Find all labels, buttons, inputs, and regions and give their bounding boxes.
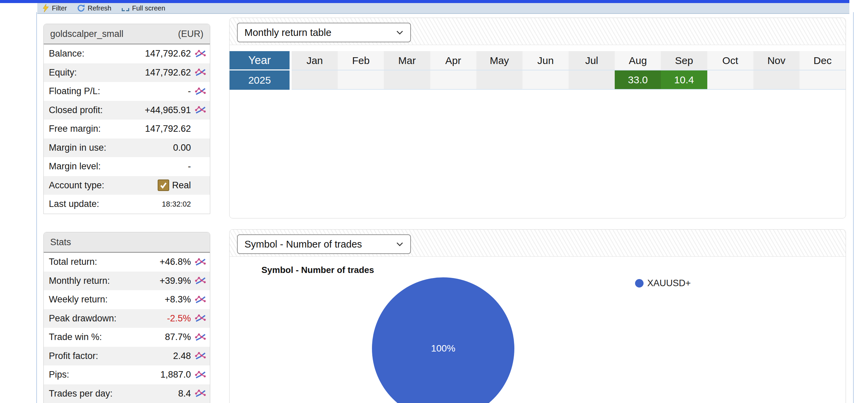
monthly-return-chart-link[interactable] <box>191 276 210 286</box>
trades-per-day-row: Trades per day: 8.4 <box>44 384 210 403</box>
last-update-value: 18:32:02 <box>99 200 191 209</box>
return-cell-feb <box>338 70 384 90</box>
closed-profit-chart-link[interactable] <box>191 105 210 115</box>
mini-chart-icon <box>195 295 206 305</box>
weekly-return-label: Weekly return: <box>49 294 108 305</box>
mini-chart-icon <box>195 276 206 286</box>
pie-chart-title: Symbol - Number of trades <box>261 265 374 275</box>
month-header-apr: Apr <box>430 51 476 70</box>
profit-factor-label: Profit factor: <box>49 351 98 361</box>
weekly-return-chart-link[interactable] <box>191 295 210 305</box>
month-header-feb: Feb <box>338 51 384 70</box>
pips-value: 1,887.0 <box>69 369 191 380</box>
free-margin-value: 147,792.62 <box>101 124 191 134</box>
month-header-jun: Jun <box>522 51 569 70</box>
return-cell-jun <box>522 70 569 90</box>
floating-pl-chart-link[interactable] <box>191 86 210 97</box>
filter-label: Filter <box>52 4 67 12</box>
toolbar: Filter Refresh Full screen <box>37 3 849 14</box>
return-cell-jan <box>292 70 338 90</box>
frame-edge-left <box>36 12 37 403</box>
peak-drawdown-chart-link[interactable] <box>191 313 210 323</box>
return-cell-jul <box>569 70 615 90</box>
floating-pl-label: Floating P/L: <box>49 86 100 97</box>
mini-chart-icon <box>195 370 206 380</box>
month-header-jul: Jul <box>569 51 615 70</box>
account-name: goldscalper_small <box>50 29 123 39</box>
account-type-value: Real <box>172 180 191 191</box>
equity-row: Equity: 147,792.62 <box>44 63 210 82</box>
total-return-chart-link[interactable] <box>191 257 210 267</box>
free-margin-label: Free margin: <box>49 124 101 134</box>
trade-win-label: Trade win %: <box>49 332 102 342</box>
month-header-jan: Jan <box>292 51 338 70</box>
symbol-trades-panel: Symbol - Number of trades Symbol - Numbe… <box>229 229 846 403</box>
frame-edge-right <box>853 12 854 403</box>
balance-label: Balance: <box>49 48 84 59</box>
stats-title: Stats <box>50 237 71 248</box>
balance-chart-link[interactable] <box>191 49 210 59</box>
floating-pl-value: - <box>100 86 191 97</box>
weekly-return-value: +8.3% <box>108 294 191 305</box>
symbol-view-select[interactable]: Symbol - Number of trades <box>237 234 411 254</box>
month-header-nov: Nov <box>753 51 800 70</box>
return-cell-sep: 10.4 <box>661 70 707 90</box>
refresh-button[interactable]: Refresh <box>77 4 111 12</box>
return-cell-dec <box>800 70 846 90</box>
monthly-return-value: +39.9% <box>110 276 191 286</box>
closed-profit-value: +44,965.91 <box>103 105 191 115</box>
month-header-sep: Sep <box>661 51 707 70</box>
profit-factor-chart-link[interactable] <box>191 351 210 361</box>
total-return-row: Total return: +46.8% <box>44 253 210 272</box>
mini-chart-icon <box>195 86 206 97</box>
return-cell-aug: 33.0 <box>615 70 661 90</box>
trades-per-day-chart-link[interactable] <box>191 388 210 399</box>
monthly-table-header-row: Year Jan Feb Mar Apr May Jun Jul Aug Sep… <box>230 51 846 70</box>
margin-in-use-row: Margin in use: 0.00 <box>44 139 210 157</box>
monthly-return-table: Year Jan Feb Mar Apr May Jun Jul Aug Sep… <box>230 51 846 90</box>
mini-chart-icon <box>195 351 206 361</box>
mini-chart-icon <box>195 313 206 323</box>
closed-profit-row: Closed profit: +44,965.91 <box>44 101 210 120</box>
peak-drawdown-label: Peak drawdown: <box>49 313 117 324</box>
filter-button[interactable]: Filter <box>42 4 67 12</box>
account-card-header: goldscalper_small (EUR) <box>44 24 210 44</box>
floating-pl-row: Floating P/L: - <box>44 82 210 101</box>
monthly-panel-header: Monthly return table <box>230 18 846 45</box>
profit-factor-value: 2.48 <box>98 351 191 361</box>
month-header-oct: Oct <box>707 51 753 70</box>
return-cell-may <box>476 70 522 90</box>
margin-level-value: - <box>101 161 191 172</box>
equity-chart-link[interactable] <box>191 67 210 78</box>
pie-legend: XAUUSD+ <box>635 277 691 289</box>
last-update-label: Last update: <box>49 199 99 209</box>
monthly-return-panel: Monthly return table Year Jan Feb Mar Ap… <box>229 18 846 218</box>
page: Filter Refresh Full screen goldscalper_s… <box>0 0 868 403</box>
trade-win-chart-link[interactable] <box>191 332 210 342</box>
closed-profit-label: Closed profit: <box>49 105 103 115</box>
stats-card: Stats Total return: +46.8% Monthly retur… <box>43 232 210 403</box>
legend-label-xauusd: XAUUSD+ <box>647 278 691 289</box>
account-type-label: Account type: <box>49 180 104 191</box>
pips-row: Pips: 1,887.0 <box>44 365 210 384</box>
mini-chart-icon <box>195 67 206 78</box>
monthly-view-select-value: Monthly return table <box>244 27 396 38</box>
mini-chart-icon <box>195 332 206 342</box>
month-header-may: May <box>476 51 522 70</box>
stats-card-header: Stats <box>44 232 210 253</box>
real-account-checkbox <box>158 179 169 191</box>
pips-chart-link[interactable] <box>191 370 210 380</box>
month-header-mar: Mar <box>384 51 430 70</box>
margin-level-row: Margin level: - <box>44 157 210 176</box>
peak-drawdown-value: -2.5% <box>117 313 191 324</box>
fullscreen-button[interactable]: Full screen <box>121 4 165 12</box>
mini-chart-icon <box>195 257 206 267</box>
check-icon <box>159 181 167 189</box>
month-header-dec: Dec <box>800 51 846 70</box>
trades-per-day-label: Trades per day: <box>49 388 113 399</box>
chevron-down-icon <box>396 30 403 35</box>
margin-in-use-value: 0.00 <box>106 143 191 153</box>
return-cell-oct <box>707 70 753 90</box>
margin-level-label: Margin level: <box>49 161 101 172</box>
monthly-view-select[interactable]: Monthly return table <box>237 23 411 42</box>
